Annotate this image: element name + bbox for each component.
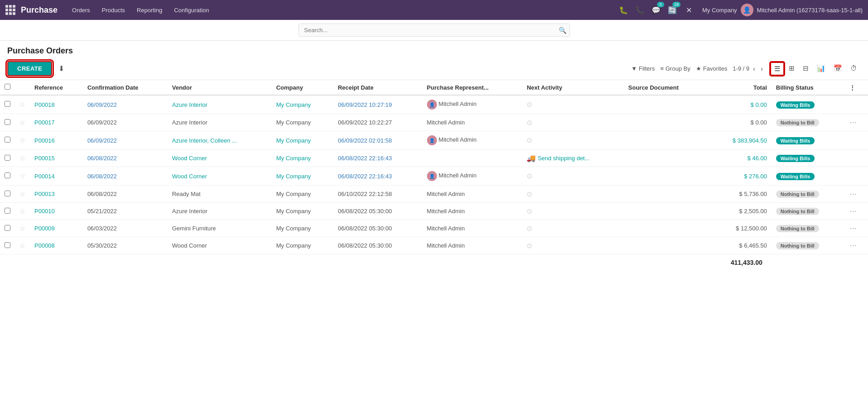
kanban-view-button[interactable]: ⊞ <box>785 62 798 76</box>
row-actions[interactable]: ⋯ <box>845 220 868 237</box>
row-dots-button[interactable]: ⋯ <box>849 190 857 198</box>
row-vendor[interactable]: Wood Corner <box>168 167 272 186</box>
download-icon[interactable]: ⬇ <box>56 62 67 75</box>
activity-circle-icon[interactable]: ⊙ <box>527 207 532 215</box>
activity-circle-icon[interactable]: ⊙ <box>527 100 532 108</box>
header-total[interactable]: Total <box>708 80 772 95</box>
row-vendor[interactable]: Azure Interior <box>168 203 272 220</box>
row-actions[interactable]: ⋯ <box>845 203 868 220</box>
row-vendor[interactable]: Wood Corner <box>168 237 272 254</box>
row-checkbox[interactable] <box>0 186 15 203</box>
header-receipt-date[interactable]: Receipt Date <box>333 80 422 95</box>
header-vendor[interactable]: Vendor <box>168 80 272 95</box>
header-next-activity[interactable]: Next Activity <box>522 80 623 95</box>
chart-view-button[interactable]: 📊 <box>813 62 829 76</box>
row-actions[interactable]: ⋯ <box>845 114 868 131</box>
user-avatar[interactable]: 👤 <box>741 4 753 16</box>
activity-circle-icon[interactable]: ⊙ <box>527 172 532 180</box>
chat-icon[interactable]: 💬 5 <box>650 4 662 16</box>
row-next-activity[interactable]: ⊙ <box>522 114 623 131</box>
menu-products[interactable]: Products <box>96 4 130 16</box>
row-next-activity[interactable]: ⊙ <box>522 220 623 237</box>
phone-icon[interactable]: 📞 <box>633 4 646 16</box>
settings-icon[interactable]: ✕ <box>682 4 695 16</box>
header-reference[interactable]: Reference <box>30 80 83 95</box>
row-vendor[interactable]: Azure Interior <box>168 95 272 114</box>
row-star[interactable]: ☆ <box>15 220 30 237</box>
row-dots-button[interactable]: ⋯ <box>849 119 857 126</box>
grid-view-button[interactable]: ⊟ <box>799 62 812 76</box>
apps-icon[interactable] <box>5 5 15 15</box>
row-next-activity[interactable]: ⊙ <box>522 131 623 150</box>
row-checkbox[interactable] <box>0 114 15 131</box>
row-actions[interactable] <box>845 167 868 186</box>
row-vendor[interactable]: Wood Corner <box>168 150 272 167</box>
activity-shipping-icon[interactable]: 🚚 Send shipping det... <box>527 154 619 162</box>
menu-orders[interactable]: Orders <box>67 4 96 16</box>
activity-circle-icon[interactable]: ⊙ <box>527 190 532 198</box>
activity-circle-icon[interactable]: ⊙ <box>527 242 532 249</box>
row-star[interactable]: ☆ <box>15 203 30 220</box>
user-name[interactable]: Mitchell Admin (16273178-saas-15-1-all) <box>757 7 863 14</box>
row-checkbox[interactable] <box>0 237 15 254</box>
row-star[interactable]: ☆ <box>15 114 30 131</box>
menu-reporting[interactable]: Reporting <box>131 4 168 16</box>
row-reference[interactable]: P00015 <box>30 150 83 167</box>
row-actions[interactable]: ⋯ <box>845 186 868 203</box>
row-dots-button[interactable]: ⋯ <box>849 207 857 215</box>
row-actions[interactable]: ⋯ <box>845 237 868 254</box>
row-actions[interactable] <box>845 131 868 150</box>
row-next-activity[interactable]: 🚚 Send shipping det... <box>522 150 623 167</box>
row-star[interactable]: ☆ <box>15 131 30 150</box>
row-reference[interactable]: P00018 <box>30 95 83 114</box>
brand-logo[interactable]: Purchase <box>21 5 58 15</box>
row-next-activity[interactable]: ⊙ <box>522 237 623 254</box>
activity-circle-icon[interactable]: ⊙ <box>527 136 532 144</box>
row-star[interactable]: ☆ <box>15 167 30 186</box>
row-checkbox[interactable] <box>0 150 15 167</box>
row-next-activity[interactable]: ⊙ <box>522 95 623 114</box>
row-reference[interactable]: P00009 <box>30 220 83 237</box>
activity-view-button[interactable]: ⏱ <box>847 62 861 76</box>
list-view-button[interactable]: ☰ <box>770 62 784 76</box>
header-billing-status[interactable]: Billing Status <box>772 80 845 95</box>
row-checkbox[interactable] <box>0 95 15 114</box>
header-source-doc[interactable]: Source Document <box>624 80 708 95</box>
calendar-view-button[interactable]: 📅 <box>830 62 846 76</box>
row-actions[interactable] <box>845 150 868 167</box>
activity-circle-icon[interactable]: ⊙ <box>527 224 532 232</box>
row-checkbox[interactable] <box>0 131 15 150</box>
row-vendor[interactable]: Gemini Furniture <box>168 220 272 237</box>
header-purchase-rep[interactable]: Purchase Represent... <box>422 80 523 95</box>
prev-page-button[interactable]: ‹ <box>751 64 757 73</box>
row-vendor[interactable]: Ready Mat <box>168 186 272 203</box>
row-next-activity[interactable]: ⊙ <box>522 203 623 220</box>
row-star[interactable]: ☆ <box>15 95 30 114</box>
row-reference[interactable]: P00014 <box>30 167 83 186</box>
favorites-button[interactable]: ★ Favorites <box>696 65 727 72</box>
row-vendor[interactable]: Azure Interior, Colleen ... <box>168 131 272 150</box>
header-select-all[interactable] <box>0 80 15 95</box>
row-star[interactable]: ☆ <box>15 186 30 203</box>
row-dots-button[interactable]: ⋯ <box>849 242 857 249</box>
activity-circle-icon[interactable]: ⊙ <box>527 119 532 126</box>
row-reference[interactable]: P00016 <box>30 131 83 150</box>
row-reference[interactable]: P00017 <box>30 114 83 131</box>
row-reference[interactable]: P00008 <box>30 237 83 254</box>
row-dots-button[interactable]: ⋯ <box>849 224 857 232</box>
row-next-activity[interactable]: ⊙ <box>522 167 623 186</box>
search-input[interactable] <box>298 24 570 37</box>
menu-configuration[interactable]: Configuration <box>168 4 214 16</box>
row-checkbox[interactable] <box>0 203 15 220</box>
filters-button[interactable]: ▼ Filters <box>631 65 655 72</box>
header-company[interactable]: Company <box>272 80 333 95</box>
row-star[interactable]: ☆ <box>15 237 30 254</box>
row-star[interactable]: ☆ <box>15 150 30 167</box>
company-name[interactable]: My Company <box>702 7 737 14</box>
create-button[interactable]: CREATE <box>7 61 52 76</box>
header-confirmation-date[interactable]: Confirmation Date <box>83 80 168 95</box>
row-next-activity[interactable]: ⊙ <box>522 186 623 203</box>
row-actions[interactable] <box>845 95 868 114</box>
groupby-button[interactable]: ≡ Group By <box>660 65 691 72</box>
activity-icon[interactable]: 🔄 28 <box>666 4 679 16</box>
